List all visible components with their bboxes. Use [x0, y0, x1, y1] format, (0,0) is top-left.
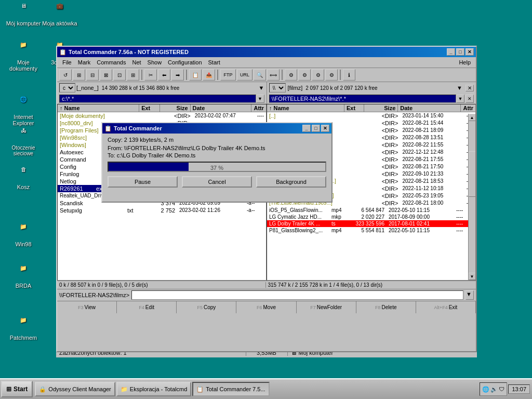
right-drive-select[interactable]: \\ — [269, 83, 286, 92]
toolbar-search[interactable]: 🔍 — [254, 69, 266, 81]
left-col-attr-header[interactable]: Attr — [251, 104, 266, 112]
right-path-close[interactable]: ✕ — [466, 95, 474, 103]
menu-help[interactable]: Help — [456, 58, 474, 66]
left-drive-arrow[interactable]: ▼ — [259, 85, 264, 91]
progress-dialog-maximize[interactable]: □ — [312, 125, 320, 132]
scrollbar-up[interactable]: ▲ — [469, 114, 476, 121]
tc-cmd-dropdown[interactable]: ▼ — [466, 290, 474, 300]
progress-dialog-minimize[interactable]: _ — [302, 125, 311, 132]
desktop-icon-brda[interactable]: 📁 BRDA — [5, 265, 42, 289]
toolbar-view[interactable]: ⊞ — [73, 69, 85, 81]
right-col-date-header[interactable]: Date — [398, 104, 461, 112]
toolbar-url[interactable]: URL — [237, 69, 252, 81]
fkey-altf4[interactable]: Alt+F4Exit — [416, 301, 476, 313]
toolbar-copy[interactable]: 📋 — [189, 69, 202, 81]
taskbar-item-label: Eksploracja - Totalcmd — [130, 386, 187, 392]
right-panel-close[interactable]: ✕ — [466, 85, 474, 91]
menu-commands[interactable]: Commands — [94, 58, 129, 66]
left-path-dropdown[interactable]: ▼ — [256, 95, 264, 103]
progress-to-path: c:\LG Dolby Trailer 4K Demo.ts — [117, 152, 196, 158]
menu-file[interactable]: File — [59, 58, 75, 66]
menu-show[interactable]: Show — [144, 58, 165, 66]
tc-cmd-input[interactable] — [131, 290, 463, 300]
start-button[interactable]: ⊞ Start — [1, 381, 33, 397]
left-col-date-header[interactable]: Date — [191, 104, 252, 112]
toolbar-btn8[interactable]: ⬅ — [158, 69, 170, 81]
fkey-f4[interactable]: F4Edit — [117, 301, 177, 313]
desktop-icon-patchmem[interactable]: 📁 Patchmem — [5, 317, 42, 341]
close-button[interactable]: ✕ — [466, 48, 474, 56]
cancel-button[interactable]: Cancel — [182, 176, 252, 188]
table-row[interactable]: LG Dolby Trailer 4K ... ts 323 325 596 2… — [267, 220, 475, 227]
toolbar-move[interactable]: 📤 — [203, 69, 215, 81]
progress-speed: Copy: 2 139 kbytes/s, 2 m — [108, 137, 326, 143]
table-row[interactable]: P81_GlassBlowing2_... mp4 5 554 811 2022… — [267, 227, 475, 234]
desktop-icon-recycle[interactable]: 🗑 Kosz — [5, 166, 42, 190]
taskbar-item-explorer[interactable]: 📁 Eksploracja - Totalcmd — [116, 382, 191, 396]
scrollbar-thumb[interactable] — [469, 151, 476, 197]
minimize-button[interactable]: _ — [447, 48, 455, 56]
fkey-f8[interactable]: F8Delete — [356, 301, 416, 313]
toolbar-btn10[interactable]: ⚙ — [285, 69, 297, 81]
toolbar-ftp[interactable]: FTP — [220, 69, 236, 81]
taskbar-item-label: Odyssey Client Manager — [48, 386, 111, 392]
taskbar-item-totalcmd[interactable]: 📋 Total Commander 7.5... — [192, 382, 269, 396]
desktop-icon-network[interactable]: 🖧 Otoczenie sieciowe — [5, 127, 42, 156]
left-col-name-header[interactable]: ↑ Name — [58, 104, 139, 112]
desktop-icon-my-docs[interactable]: 📁 Moje dokumenty — [5, 42, 42, 72]
fkey-f6[interactable]: F6Move — [236, 301, 296, 313]
right-drive-arrow[interactable]: ▼ — [457, 85, 462, 91]
background-button[interactable]: Background — [256, 176, 326, 188]
progress-dialog-titlebar: 📋 Total Commander _ □ ✕ — [102, 123, 331, 134]
toolbar-btn12[interactable]: ⚙ — [312, 69, 324, 81]
right-col-ext-header[interactable]: Ext — [344, 104, 364, 112]
menu-mark[interactable]: Mark — [75, 58, 94, 66]
right-col-size-header[interactable]: Size — [364, 104, 398, 112]
left-col-size-header[interactable]: Size — [160, 104, 191, 112]
scrollbar-down[interactable]: ▼ — [469, 273, 476, 280]
toolbar-refresh[interactable]: ↺ — [59, 69, 72, 81]
fkey-f7[interactable]: F7NewFolder — [297, 301, 356, 313]
toolbar-btn13[interactable]: ⚙ — [325, 69, 338, 81]
menu-start[interactable]: Start — [205, 58, 223, 66]
desktop-icon-ie[interactable]: 🌐 Internet Explorer — [5, 96, 42, 126]
progress-dialog-close[interactable]: ✕ — [321, 125, 329, 132]
toolbar-btn7[interactable]: ✂ — [144, 69, 157, 81]
desktop-icon-win98[interactable]: 📁 Win98 — [5, 223, 42, 247]
toolbar-cmd[interactable]: ⊟ — [86, 69, 99, 81]
toolbar-btn9[interactable]: ➡ — [171, 69, 184, 81]
table-row[interactable]: [Moje dokumenty] <DIR> 2023-02-02 07:47 … — [58, 112, 266, 119]
left-drive-select[interactable]: c — [59, 83, 75, 92]
fkey-f3[interactable]: F3View — [57, 301, 117, 313]
left-col-ext-header[interactable]: Ext — [139, 104, 159, 112]
menu-net[interactable]: Net — [129, 58, 144, 66]
security-tray-icon: 🛡 — [499, 386, 504, 392]
progress-from: From: \\FORTELLER-NAS2\filmz\LG Dolby Tr… — [108, 145, 326, 151]
table-row[interactable]: LG Cymatic Jazz HD... mkp 2 020 227 2017… — [267, 214, 475, 220]
right-col-name-header[interactable]: ↑ Name — [267, 104, 344, 112]
toolbar-info[interactable]: ℹ — [343, 69, 355, 81]
desktop-icon-label: Patchmem — [10, 335, 37, 341]
right-path-dropdown[interactable]: ▼ — [456, 95, 464, 103]
desktop-icon-my-computer[interactable]: 🖥 Mój komputer — [5, 3, 42, 26]
table-row[interactable]: Setupxlg txt 2 752 2023-02-02 11:26 -a-- — [58, 207, 266, 214]
right-panel-scrollbar[interactable]: ▲ ▼ — [468, 114, 475, 280]
maximize-button[interactable]: □ — [456, 48, 464, 56]
toolbar-sync[interactable]: ⟺ — [267, 69, 280, 81]
tc-toolbar: ↺ ⊞ ⊟ ⊠ ⊡ ⊞ ✂ ⬅ ➡ 📋 📤 FTP URL 🔍 ⟺ ⚙ ⚙ ⚙ … — [57, 68, 476, 82]
table-row[interactable]: iOS_P5_GlassFlowin... mp4 6 564 847 2022… — [267, 207, 475, 214]
patchmem-icon: 📁 — [15, 317, 32, 334]
toolbar-btn11[interactable]: ⚙ — [298, 69, 311, 81]
toolbar-btn4[interactable]: ⊠ — [100, 69, 112, 81]
left-path-input[interactable] — [59, 95, 256, 103]
fkey-f5[interactable]: F5Copy — [177, 301, 236, 313]
toolbar-btn5[interactable]: ⊡ — [113, 69, 126, 81]
pause-button[interactable]: Pause — [108, 176, 178, 188]
taskbar-item-odyssey[interactable]: 🔒 Odyssey Client Manager — [35, 382, 115, 396]
right-col-attr-header[interactable]: Attr — [461, 104, 475, 112]
table-row[interactable]: [..] <DIR> 2023-01-14 15:40 ---- — [267, 112, 475, 119]
right-path-input[interactable] — [269, 95, 457, 103]
toolbar-btn6[interactable]: ⊞ — [127, 69, 139, 81]
menu-configuration[interactable]: Configuration — [165, 58, 205, 66]
desktop-icon-briefcase[interactable]: 💼 Moja aktówka — [42, 3, 78, 26]
